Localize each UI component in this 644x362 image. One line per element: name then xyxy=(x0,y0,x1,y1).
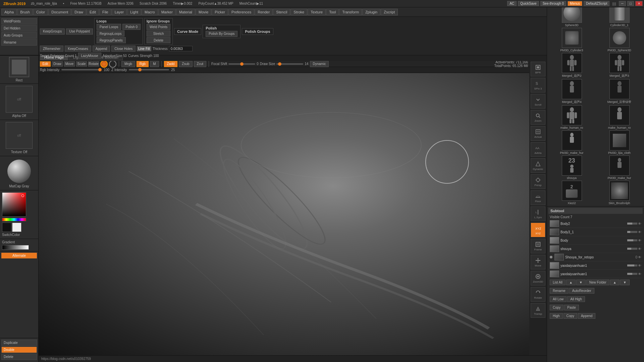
duplicate-btn[interactable]: Duplicate xyxy=(1,340,37,346)
draw-btn[interactable]: Draw xyxy=(52,61,63,67)
mrgb-btn[interactable]: Mrgb xyxy=(121,61,135,67)
maximize-btn[interactable]: □ xyxy=(627,1,634,6)
actual-btn[interactable]: Actual xyxy=(531,126,545,141)
zoom3d-btn[interactable]: Zoom3D xyxy=(531,271,545,286)
copy-btn[interactable]: Copy xyxy=(550,305,564,310)
stretch-btn[interactable]: Stretch xyxy=(147,31,170,37)
swatch-black[interactable] xyxy=(2,223,11,232)
zadd-btn[interactable]: Zadd xyxy=(164,61,178,67)
thumb-skin-brush[interactable]: Skin_BrushAlph xyxy=(596,181,643,205)
thumb-pm3d-make[interactable]: PM3D_make_hur xyxy=(596,156,643,180)
thumb-merged-3[interactable]: Merged_葫芦4 xyxy=(548,79,595,104)
menu-render[interactable]: Render xyxy=(255,9,273,15)
double-btn[interactable]: Double xyxy=(1,347,37,353)
brush-shape-filled[interactable] xyxy=(100,60,108,68)
dynamic-icon-btn[interactable]: Dynamic xyxy=(531,158,545,173)
polish-by-groups-btn[interactable]: Polish By Groups xyxy=(206,31,237,37)
keep-groups-btn[interactable]: KeepGroups xyxy=(40,28,65,35)
close-btn[interactable]: ✕ xyxy=(635,1,643,6)
menu-file[interactable]: File xyxy=(99,9,111,15)
subtool-shouya[interactable]: shouya 👁 xyxy=(548,245,643,253)
scroll-btn[interactable]: Scroll xyxy=(531,94,545,109)
thumb-make-human[interactable]: make_human_ro xyxy=(548,105,595,129)
rotate-icon-btn[interactable]: Rotate xyxy=(531,287,545,302)
edit-btn[interactable]: Edit xyxy=(40,61,51,67)
append-btn[interactable]: Append xyxy=(578,313,595,319)
subtool-body2[interactable]: Body2 👁 xyxy=(548,220,643,228)
list-all-btn[interactable]: List All xyxy=(550,280,566,285)
rename-btn2[interactable]: Rename xyxy=(550,288,569,294)
quicksave-btn[interactable]: QuickSave xyxy=(518,1,539,6)
subtool-yaodai1[interactable]: yaodaiyuanhuan1 👁 xyxy=(548,261,643,270)
rename-btn[interactable]: Rename xyxy=(1,39,37,46)
regroup-panels-btn[interactable]: RegroupPanels xyxy=(97,37,126,43)
menu-alpha[interactable]: Alpha xyxy=(1,9,17,15)
xyz-btn[interactable]: XYZ XYZ xyxy=(531,223,545,237)
zremesher-btn[interactable]: ZRemesher xyxy=(40,46,63,52)
append2-btn[interactable]: Append xyxy=(93,46,110,52)
zoom-btn[interactable]: Zoom xyxy=(531,110,545,125)
close-holes-btn[interactable]: Close Holes xyxy=(111,46,136,52)
draw-size-slider[interactable] xyxy=(276,63,303,65)
subtool-shouya-retopo[interactable]: Shouya_for_retopo 0 👁 xyxy=(548,253,643,261)
viewport[interactable] xyxy=(39,73,529,355)
menu-texture[interactable]: Texture xyxy=(308,9,326,15)
shouya-eye[interactable]: 👁 xyxy=(638,247,641,251)
retopo-eye[interactable]: 👁 xyxy=(638,255,641,259)
yaodai2-slider[interactable] xyxy=(627,273,637,275)
swatch-white[interactable] xyxy=(12,223,21,232)
all-high-btn[interactable]: All High xyxy=(567,296,585,302)
delete-btn[interactable]: Delete xyxy=(1,354,37,360)
color-picker[interactable] xyxy=(2,192,26,217)
body2-slider[interactable] xyxy=(627,223,637,225)
menu-draw[interactable]: Draw xyxy=(71,9,86,15)
zsub-btn[interactable]: Zsub xyxy=(179,61,192,67)
yaodai1-eye[interactable]: 👁 xyxy=(638,264,641,267)
minimize-btn[interactable]: ─ xyxy=(619,1,626,6)
persp-btn[interactable]: Persp xyxy=(531,174,545,189)
z-intensity-slider[interactable] xyxy=(129,69,169,70)
new-folder-btn[interactable]: New Folder xyxy=(586,280,609,285)
arrow-up-btn[interactable]: ▲ xyxy=(566,280,576,285)
subtool-body[interactable]: Body 👁 xyxy=(548,236,643,245)
auto-reorder-btn[interactable]: AutoReorder xyxy=(569,288,594,294)
weld-points2-btn[interactable]: Weld Points xyxy=(147,24,170,30)
menu-macro[interactable]: Macro xyxy=(142,9,158,15)
default-zscript-btn[interactable]: DefaultZScript xyxy=(584,1,609,6)
body-eye[interactable]: 👁 xyxy=(638,239,641,242)
matcap-preview[interactable] xyxy=(7,160,31,183)
menu-light[interactable]: Light xyxy=(127,9,141,15)
subtool-body3-1[interactable]: Body3_1 👁 xyxy=(548,228,643,236)
all-low-btn[interactable]: All Low xyxy=(550,296,567,302)
delete2-btn[interactable]: Delete xyxy=(147,37,170,43)
body2-eye[interactable]: 👁 xyxy=(638,222,641,226)
weld-points-btn[interactable]: WeldPoints xyxy=(1,18,37,24)
menu-zscript[interactable]: Zscript xyxy=(381,9,398,15)
move-icon-btn[interactable]: Move xyxy=(531,255,545,269)
menu-layer[interactable]: Layer xyxy=(112,9,127,15)
folder-down-btn[interactable]: ▼ xyxy=(620,280,630,285)
zcut-btn[interactable]: Zcut xyxy=(194,61,206,67)
brush-shape-outline[interactable] xyxy=(109,60,116,68)
thumb-merged-4[interactable]: Merged_豆带绿带 xyxy=(596,79,643,104)
menu-document[interactable]: Document xyxy=(48,9,71,15)
thumb-pm3d-lijia[interactable]: PM3D_lijia_cloth xyxy=(596,130,643,155)
scale-btn[interactable]: Scale xyxy=(76,61,87,67)
move-btn[interactable]: Move xyxy=(64,61,75,67)
yaodai2-eye[interactable]: 👁 xyxy=(638,272,641,276)
menu-marker[interactable]: Marker xyxy=(158,9,176,15)
yaodai1-slider[interactable] xyxy=(627,264,637,266)
panel-loops-btn[interactable]: Panel Loops xyxy=(97,24,121,30)
m-btn[interactable]: M xyxy=(150,61,159,67)
thumb-merged-1[interactable]: Merged_葫芦2 xyxy=(548,53,595,78)
body-slider[interactable] xyxy=(627,239,637,241)
thumb-merged-2[interactable]: Merged_葫芦3 xyxy=(596,53,643,78)
texture-preview[interactable]: off xyxy=(6,122,33,149)
spix-btn[interactable]: S SPix 3 xyxy=(531,78,545,93)
menu-stencil[interactable]: Stencil xyxy=(273,9,290,15)
regroup-loops-btn[interactable]: RegroupLoops xyxy=(97,31,125,37)
menus-btn[interactable]: Menus xyxy=(568,1,582,6)
lazy-mouse-btn[interactable]: LazyMouse xyxy=(78,53,101,59)
ac-btn[interactable]: AC xyxy=(507,1,517,6)
menu-zplugin[interactable]: Zplugin xyxy=(362,9,380,15)
